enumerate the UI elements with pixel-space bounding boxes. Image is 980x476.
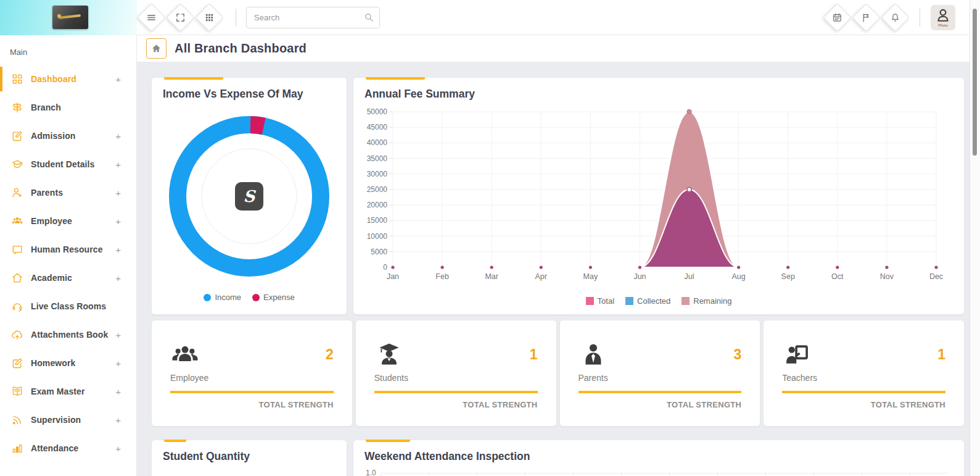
calendar-button[interactable] (823, 3, 852, 32)
stat-card-employee: 2EmployeeTOTAL STRENGTH (151, 320, 353, 427)
sidebar-item-employee[interactable]: Employee+ (0, 207, 136, 235)
sidebar-item-supervision[interactable]: Supervision+ (0, 406, 136, 434)
fullscreen-button[interactable] (166, 3, 195, 32)
svg-text:Apr: Apr (535, 272, 547, 281)
dashboard-canvas: Income Vs Expense Of May S IncomeExpense… (137, 62, 980, 476)
header-separator (236, 9, 236, 27)
app-logo[interactable] (52, 6, 88, 29)
svg-text:Jun: Jun (633, 272, 646, 281)
legend-item-collected[interactable]: Collected (625, 296, 670, 306)
svg-text:Aug: Aug (732, 272, 746, 281)
stat-caption: TOTAL STRENGTH (579, 400, 742, 409)
app-window: Photo Main Dashboard+BranchAdmission+Stu… (0, 0, 980, 476)
weekend-attendance-chart: 1.0 (366, 473, 948, 476)
sidebar-item-academic[interactable]: Academic+ (0, 264, 136, 292)
flag-button[interactable] (852, 3, 881, 32)
sidebar-item-admission[interactable]: Admission+ (0, 122, 136, 150)
svg-text:40000: 40000 (367, 138, 388, 147)
expand-plus-icon[interactable]: + (115, 216, 121, 227)
svg-text:Jul: Jul (685, 272, 694, 281)
fullscreen-icon (175, 12, 186, 23)
sidebar: Main Dashboard+BranchAdmission+Student D… (0, 35, 137, 476)
expand-plus-icon[interactable]: + (115, 244, 121, 255)
legend-item-total[interactable]: Total (586, 296, 614, 306)
svg-text:35000: 35000 (367, 154, 388, 163)
flag-icon (861, 12, 871, 23)
sidebar-item-attendance[interactable]: Attendance+ (0, 434, 136, 462)
sidebar-item-homework[interactable]: Homework+ (0, 349, 136, 377)
legend-item-income[interactable]: Income (204, 293, 241, 302)
sidebar-item-branch[interactable]: Branch (0, 93, 136, 122)
expand-plus-icon[interactable]: + (115, 188, 121, 198)
dashboard-icon (11, 73, 23, 85)
weekend-attendance-card: Weekend Attendance Inspection 1.0 (353, 440, 965, 476)
stat-label: Teachers (782, 373, 945, 383)
stat-value: 3 (733, 346, 741, 363)
search-icon[interactable] (363, 12, 374, 23)
notifications-button[interactable] (881, 3, 910, 32)
page-header: All Branch Dashboard (137, 35, 980, 62)
sidebar-item-dashboard[interactable]: Dashboard+ (0, 65, 136, 93)
svg-text:Oct: Oct (831, 272, 844, 281)
calendar-icon (832, 12, 842, 23)
search-input[interactable] (246, 7, 380, 28)
svg-text:25000: 25000 (367, 185, 388, 194)
stat-label: Parents (579, 373, 742, 383)
employee-icon (11, 215, 23, 227)
stat-underline (579, 391, 742, 393)
svg-text:Sep: Sep (781, 272, 795, 281)
sidebar-item-label: Live Class Rooms (31, 301, 106, 311)
stat-caption: TOTAL STRENGTH (782, 400, 945, 409)
sidebar-toggle-button[interactable] (137, 3, 166, 32)
stat-label: Employee (170, 373, 334, 383)
stat-top: 1 (782, 341, 945, 368)
legend-label: Total (598, 296, 614, 306)
employee-icon (170, 341, 200, 368)
expand-plus-icon[interactable]: + (115, 74, 121, 85)
sidebar-section-label: Main (10, 48, 136, 57)
expand-plus-icon[interactable]: + (115, 159, 121, 170)
sidebar-menu: Dashboard+BranchAdmission+Student Detail… (0, 65, 136, 462)
scrollbar-thumb[interactable] (973, 9, 977, 156)
apps-button[interactable] (195, 3, 224, 32)
stat-top: 3 (579, 341, 742, 368)
stat-card-parents: 3ParentsTOTAL STRENGTH (559, 320, 761, 427)
expand-plus-icon[interactable]: + (115, 330, 121, 340)
stat-caption: TOTAL STRENGTH (170, 400, 334, 409)
home-button[interactable] (146, 38, 167, 59)
sidebar-item-label: Attendance (31, 443, 78, 453)
card-accent-bar (366, 440, 410, 442)
stat-top: 1 (374, 341, 538, 368)
stat-value: 1 (530, 346, 538, 363)
expand-plus-icon[interactable]: + (115, 358, 121, 369)
expand-plus-icon[interactable]: + (115, 443, 121, 454)
apps-grid-icon (204, 12, 215, 23)
legend-item-remaining[interactable]: Remaining (681, 296, 731, 306)
expand-plus-icon[interactable]: + (115, 386, 121, 397)
expand-plus-icon[interactable]: + (115, 131, 121, 141)
expand-plus-icon[interactable]: + (115, 273, 121, 283)
parents-icon (579, 341, 608, 368)
sidebar-item-attachments-book[interactable]: Attachments Book+ (0, 320, 136, 349)
attendance-icon (11, 442, 23, 454)
bottom-row: Student Quantity Weekend Attendance Insp… (151, 440, 965, 476)
sidebar-item-student-details[interactable]: Student Details+ (0, 150, 136, 178)
logo-band (0, 0, 137, 35)
page-scrollbar[interactable] (970, 0, 980, 476)
search-box (246, 7, 380, 28)
sidebar-item-human-resource[interactable]: Human Resource+ (0, 235, 136, 264)
income-expense-title: Income Vs Expense Of May (163, 88, 347, 101)
expand-plus-icon[interactable]: + (115, 415, 121, 425)
teachers-icon (782, 341, 812, 368)
legend-dot (252, 294, 260, 301)
annual-fee-area-chart[interactable]: 5000045000400003500030000250002000015000… (353, 107, 955, 288)
legend-item-expense[interactable]: Expense (252, 293, 295, 302)
user-avatar-button[interactable]: Photo (931, 5, 955, 30)
svg-text:Mar: Mar (485, 272, 498, 281)
sidebar-item-label: Dashboard (31, 74, 76, 84)
sidebar-item-exam-master[interactable]: Exam Master+ (0, 377, 136, 406)
sidebar-item-live-class-rooms[interactable]: Live Class Rooms (0, 292, 136, 320)
stat-label: Students (374, 373, 538, 383)
sidebar-item-parents[interactable]: Parents+ (0, 178, 136, 207)
avatar-label: Photo (938, 23, 948, 27)
